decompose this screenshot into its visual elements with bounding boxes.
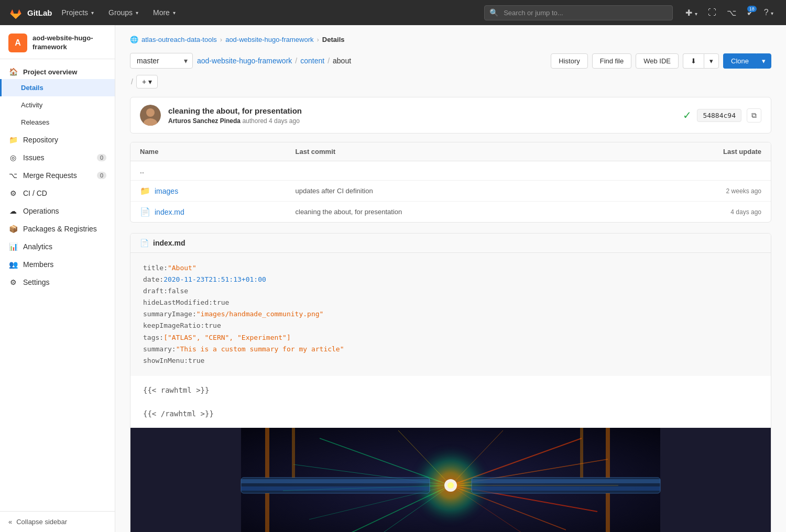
sidebar-item-merge-requests[interactable]: ⌥ Merge Requests 0 bbox=[0, 167, 115, 184]
branch-selector-wrapper: master bbox=[130, 53, 193, 69]
nav-search-container: 🔍 bbox=[484, 5, 673, 20]
collider-image-preview bbox=[130, 428, 771, 532]
path-display: aod-website-hugo-framework / content / a… bbox=[197, 57, 351, 65]
members-label: Members bbox=[23, 260, 53, 269]
groups-nav-button[interactable]: Groups ▾ bbox=[103, 5, 144, 20]
add-dropdown-arrow: ▾ bbox=[148, 77, 152, 86]
sidebar-item-details[interactable]: Details bbox=[0, 79, 115, 96]
sidebar-navigation: 🏠 Project overview Details Activity Rele… bbox=[0, 59, 115, 511]
download-button[interactable]: ⬇ bbox=[683, 53, 704, 69]
issues-label: Issues bbox=[23, 153, 44, 162]
path-row2: / + ▾ bbox=[130, 75, 771, 88]
sidebar-item-analytics[interactable]: 📊 Analytics bbox=[0, 238, 115, 256]
code-line: summaryImage: "images/handmade_community… bbox=[143, 308, 758, 320]
file-table: Name Last commit Last update .. 📁 images… bbox=[130, 142, 771, 223]
settings-icon: ⚙ bbox=[8, 278, 18, 286]
preview-filename: index.md bbox=[153, 239, 185, 247]
commit-status-icon: ✓ bbox=[683, 109, 692, 121]
repository-icon: 📁 bbox=[8, 136, 18, 144]
file-table-header: Name Last commit Last update bbox=[130, 142, 771, 161]
file-name-parent[interactable]: .. bbox=[140, 167, 296, 175]
fullscreen-button[interactable]: ⛶ bbox=[704, 5, 720, 20]
svg-point-1 bbox=[146, 108, 155, 117]
repo-toolbar: master aod-website-hugo-framework / cont… bbox=[130, 53, 771, 69]
file-preview: 📄 index.md title: "About" date: 2020-11-… bbox=[130, 233, 771, 532]
activity-label: Activity bbox=[21, 101, 42, 109]
svg-rect-24 bbox=[472, 479, 660, 483]
download-btn-group: ⬇ ▾ bbox=[683, 53, 719, 69]
sidebar-item-packages[interactable]: 📦 Packages & Registries bbox=[0, 220, 115, 238]
branch-select[interactable]: master bbox=[130, 53, 193, 69]
history-button[interactable]: History bbox=[551, 53, 587, 69]
sidebar-item-project-overview[interactable]: 🏠 Project overview bbox=[0, 63, 115, 79]
ci-cd-label: CI / CD bbox=[23, 189, 47, 197]
merge-requests-count: 0 bbox=[97, 172, 106, 179]
commit-actions: ✓ 54884c94 ⧉ bbox=[683, 108, 761, 123]
download-icon: ⬇ bbox=[691, 57, 696, 65]
file-name-index-md[interactable]: 📄 index.md bbox=[140, 207, 296, 217]
svg-rect-23 bbox=[241, 479, 430, 483]
index-md-label: index.md bbox=[155, 208, 184, 216]
members-icon: 👥 bbox=[8, 260, 18, 269]
path-content-link[interactable]: content bbox=[300, 57, 324, 65]
gitlab-logo[interactable]: GitLab bbox=[8, 5, 52, 20]
col-commit: Last commit bbox=[296, 148, 606, 156]
analytics-label: Analytics bbox=[23, 242, 52, 251]
svg-point-20 bbox=[447, 482, 454, 489]
download-dropdown-button[interactable]: ▾ bbox=[704, 53, 719, 69]
sidebar-item-settings[interactable]: ⚙ Settings bbox=[0, 273, 115, 291]
project-overview-icon: 🏠 bbox=[8, 68, 18, 76]
app-layout: A aod-website-hugo-framework 🏠 Project o… bbox=[0, 25, 786, 532]
md-content: {{< rawhtml >}} {{< /rawhtml >}} bbox=[130, 376, 771, 428]
images-commit-msg: updates after CI definition bbox=[296, 187, 606, 195]
merge-requests-button[interactable]: ⌥ bbox=[723, 5, 740, 21]
code-line: summary: "This is a custom summary for m… bbox=[143, 343, 758, 355]
find-file-button[interactable]: Find file bbox=[592, 53, 632, 69]
projects-nav-button[interactable]: Projects ▾ bbox=[57, 5, 100, 20]
code-line: date: 2020-11-23T21:51:13+01:00 bbox=[143, 274, 758, 285]
code-line: tags: ["ATLAS", "CERN", "Experiment"] bbox=[143, 332, 758, 343]
clone-dropdown-button[interactable]: ▾ bbox=[756, 53, 771, 69]
svg-rect-25 bbox=[241, 486, 430, 491]
web-ide-button[interactable]: Web IDE bbox=[636, 53, 679, 69]
code-line: hideLastModified: true bbox=[143, 297, 758, 308]
more-nav-button[interactable]: More ▾ bbox=[148, 5, 181, 20]
commit-author-avatar bbox=[140, 105, 161, 126]
collapse-sidebar-button[interactable]: « Collapse sidebar bbox=[0, 511, 115, 532]
copy-hash-button[interactable]: ⧉ bbox=[747, 108, 761, 123]
add-file-button[interactable]: + ▾ bbox=[136, 75, 158, 88]
preview-file-icon: 📄 bbox=[140, 239, 149, 247]
commit-info: cleaning the about, for presentation Art… bbox=[168, 106, 675, 125]
clone-button[interactable]: Clone bbox=[723, 53, 756, 69]
sidebar-item-members[interactable]: 👥 Members bbox=[0, 256, 115, 273]
breadcrumb-project-link[interactable]: aod-website-hugo-framework bbox=[225, 36, 313, 43]
project-avatar: A bbox=[8, 34, 27, 52]
file-preview-body: title: "About" date: 2020-11-23T21:51:13… bbox=[130, 253, 771, 376]
rawhtml-close-tag: {{< /rawhtml >}} bbox=[143, 408, 758, 419]
create-button[interactable]: ✚ ▾ bbox=[681, 5, 701, 21]
sidebar-item-releases[interactable]: Releases bbox=[0, 114, 115, 131]
code-line: title: "About" bbox=[143, 262, 758, 274]
help-button[interactable]: ? ▾ bbox=[760, 5, 778, 20]
sidebar-item-ci-cd[interactable]: ⚙ CI / CD bbox=[0, 184, 115, 202]
packages-icon: 📦 bbox=[8, 225, 18, 233]
file-name-images[interactable]: 📁 images bbox=[140, 186, 296, 196]
nav-icons-group: ✚ ▾ ⛶ ⌥ ✔ 18 ? ▾ bbox=[681, 5, 778, 21]
sidebar-item-activity[interactable]: Activity bbox=[0, 96, 115, 114]
sidebar-project-header: A aod-website-hugo-framework bbox=[0, 25, 115, 59]
sidebar-item-operations[interactable]: ☁ Operations bbox=[0, 202, 115, 220]
merge-requests-label: Merge Requests bbox=[23, 171, 77, 180]
path-root-link[interactable]: aod-website-hugo-framework bbox=[197, 57, 292, 65]
code-line: keepImageRatio: true bbox=[143, 320, 758, 331]
code-line: showInMenu: true bbox=[143, 355, 758, 367]
sidebar-item-repository[interactable]: 📁 Repository bbox=[0, 131, 115, 149]
col-name: Name bbox=[140, 148, 296, 156]
sidebar-item-issues[interactable]: ◎ Issues 0 bbox=[0, 149, 115, 167]
breadcrumb-org-link[interactable]: atlas-outreach-data-tools bbox=[141, 36, 217, 43]
search-input[interactable] bbox=[484, 5, 673, 20]
collapse-icon: « bbox=[8, 518, 12, 526]
search-icon: 🔍 bbox=[489, 8, 498, 17]
parent-dir-label: .. bbox=[140, 167, 144, 175]
notifications-button[interactable]: ✔ 18 bbox=[743, 5, 758, 21]
folder-icon: 📁 bbox=[140, 186, 150, 196]
